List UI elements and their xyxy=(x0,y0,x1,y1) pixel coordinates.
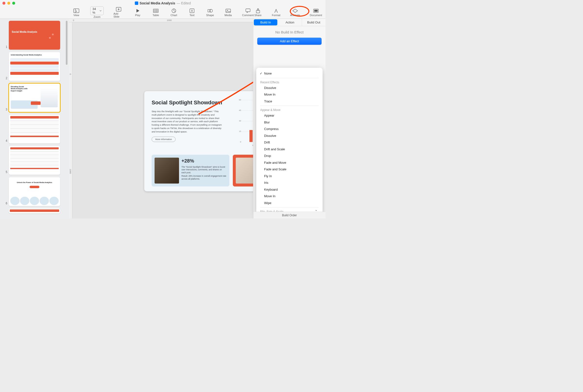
format-button[interactable]: Format xyxy=(272,8,281,16)
slide-number: 2 xyxy=(4,76,7,81)
effect-option[interactable]: Move In xyxy=(257,91,322,98)
effect-option[interactable]: Compress xyxy=(257,126,322,132)
slide-number: 3 xyxy=(4,108,7,112)
chart-bars xyxy=(245,100,253,142)
slide-thumbnail-5[interactable] xyxy=(9,146,60,175)
media-button[interactable]: Media xyxy=(224,8,232,16)
effect-option[interactable]: Keyboard xyxy=(257,186,322,193)
slide-body-text[interactable]: Step into the limelight with our "Social… xyxy=(152,110,223,133)
window-title: Social Media Analysis — Edited xyxy=(135,1,191,5)
stat-card-ugc[interactable]: +6 000 The event encourages participants… xyxy=(233,155,253,186)
effect-section-label: Recent Effects xyxy=(257,79,322,84)
more-info-button[interactable]: More Information xyxy=(152,136,176,142)
inspector-tabs: Build In Action Build Out xyxy=(253,19,325,26)
slide-number xyxy=(4,212,7,213)
slide-thumbnail-4[interactable] xyxy=(9,114,60,144)
slide-number: 4 xyxy=(4,139,7,144)
tab-build-out[interactable]: Build Out xyxy=(302,19,325,26)
slide-thumbnail-6[interactable]: Unlock the Power of Social Media Analyti… xyxy=(9,177,60,206)
slide-number: 6 xyxy=(4,202,7,206)
slide-thumbnail-2[interactable]: Understanding Social Media Analytics xyxy=(9,52,60,81)
svg-rect-20 xyxy=(314,10,318,12)
share-button[interactable]: Share xyxy=(254,8,262,16)
zoom-control[interactable]: 34 % Zoom xyxy=(90,6,104,18)
add-slide-button[interactable]: Add Slide xyxy=(114,6,124,18)
maximize-icon[interactable] xyxy=(12,2,15,5)
svg-point-14 xyxy=(210,9,213,12)
chart-y-axis: 015304560 xyxy=(237,100,242,142)
close-icon[interactable] xyxy=(3,2,6,5)
slide-number: 5 xyxy=(4,170,7,175)
stat-description: The "Social Spotlight Showdown" aims to … xyxy=(182,166,226,174)
slide-canvas[interactable]: 0 1000 0 1000 Social Spotlight Showdown … xyxy=(69,19,253,218)
tab-build-in[interactable]: Build In xyxy=(254,19,277,26)
view-button[interactable]: View xyxy=(72,8,81,16)
effect-option[interactable]: Wipe xyxy=(257,200,322,206)
ruler-horizontal: 0 1000 xyxy=(69,19,253,22)
chevron-down-icon[interactable]: ⌄ xyxy=(315,208,318,212)
document-name: Social Media Analysis xyxy=(140,1,175,5)
slide-thumbnail-3[interactable]: Elevating Social Media Analytics with Ex… xyxy=(9,83,60,112)
shape-button[interactable]: Shape xyxy=(206,8,214,16)
effect-dropdown[interactable]: NoneRecent EffectsDissolveMove InTraceAp… xyxy=(256,68,323,215)
play-button[interactable]: Play xyxy=(134,8,142,16)
document-button[interactable]: Document xyxy=(310,8,322,16)
effect-option[interactable]: Fly In xyxy=(257,173,322,180)
comment-button[interactable]: Comment xyxy=(242,8,254,16)
svg-point-16 xyxy=(227,10,227,11)
chart-button[interactable]: Chart xyxy=(170,8,178,16)
effect-option[interactable]: Drop xyxy=(257,152,322,159)
no-effect-label: No Build In Effect xyxy=(253,26,325,36)
effect-option[interactable]: Dissolve xyxy=(257,132,322,139)
slide-thumbnail-1[interactable]: Social Media Analysis xyxy=(9,21,60,50)
slide-thumbnail-7[interactable] xyxy=(9,208,60,213)
stat-value: +28% xyxy=(182,158,194,164)
table-button[interactable]: Table xyxy=(152,8,160,16)
svg-rect-5 xyxy=(153,9,158,12)
effect-option[interactable]: Blur xyxy=(257,119,322,126)
text-button[interactable]: A Text xyxy=(188,8,196,16)
stat-result: Result: 28% increase in overall engageme… xyxy=(182,175,226,180)
effect-option[interactable]: Appear xyxy=(257,112,322,119)
effect-option[interactable]: Fade and Move xyxy=(257,159,322,166)
scrollbar[interactable] xyxy=(66,21,68,70)
effect-option[interactable]: Move In xyxy=(257,193,322,200)
tab-action[interactable]: Action xyxy=(278,19,302,26)
window-controls xyxy=(3,2,15,5)
effect-option[interactable]: None xyxy=(257,70,322,77)
slide-number: 1 xyxy=(4,45,7,50)
effect-option[interactable]: Fade and Scale xyxy=(257,166,322,173)
card-image xyxy=(155,158,179,184)
minimize-icon[interactable] xyxy=(7,2,10,5)
effect-option[interactable]: Drift and Scale xyxy=(257,146,322,153)
slide-content[interactable]: Social Spotlight Showdown Step into the … xyxy=(144,91,253,191)
card-image xyxy=(236,158,253,184)
main-area: 1 Social Media Analysis 2 Understanding … xyxy=(0,19,325,218)
effect-option[interactable]: Iris xyxy=(257,180,322,186)
add-effect-button[interactable]: Add an Effect xyxy=(257,38,322,45)
inspector-panel: Build In Action Build Out No Build In Ef… xyxy=(253,19,325,218)
titlebar: Social Media Analysis — Edited xyxy=(0,0,325,6)
build-order-button[interactable]: Build Order xyxy=(253,212,325,218)
svg-rect-17 xyxy=(246,9,250,12)
chart-x-labels: Week 1Week 2Week 3 xyxy=(245,144,253,146)
animate-button[interactable]: Animate xyxy=(290,8,300,16)
svg-text:A: A xyxy=(191,9,193,12)
slide-chart[interactable]: 015304560 Week 1Week 2Week 3 xyxy=(237,100,253,149)
zoom-value: 34 % xyxy=(93,7,99,14)
effect-option[interactable]: Drift xyxy=(257,139,322,146)
edited-indicator: — Edited xyxy=(177,1,191,5)
slide-navigator[interactable]: 1 Social Media Analysis 2 Understanding … xyxy=(0,19,69,218)
effect-section-label: Appear & Move xyxy=(257,107,322,112)
effect-option[interactable]: Trace xyxy=(257,98,322,105)
ruler-vertical: 0 1000 xyxy=(69,22,72,218)
stat-card-engagement[interactable]: +28% The "Social Spotlight Showdown" aim… xyxy=(152,155,229,186)
effect-option[interactable]: Dissolve xyxy=(257,84,322,92)
keynote-icon xyxy=(135,2,138,5)
toolbar: View 34 % Zoom Add Slide Play Table Char… xyxy=(0,6,325,19)
